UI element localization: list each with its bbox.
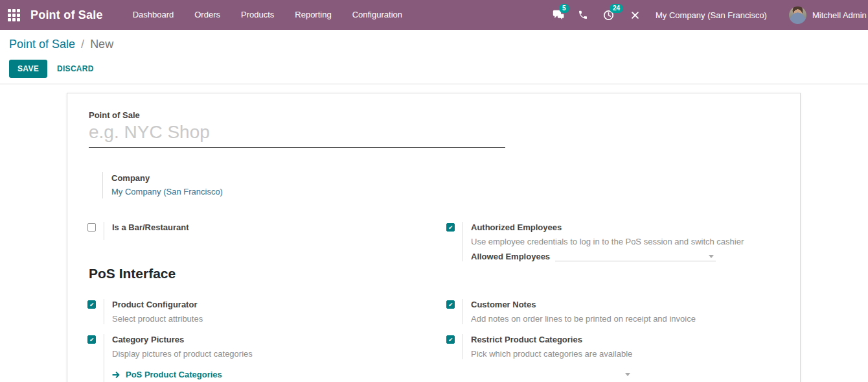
phone-icon[interactable] — [578, 10, 588, 20]
link-label: PoS Product Categories — [126, 370, 222, 379]
arrow-right-icon — [112, 370, 121, 379]
setting-customer-notes: Customer Notes Add notes on order lines … — [446, 299, 799, 324]
customer-notes-checkbox[interactable] — [446, 300, 455, 309]
restrict-product-categories-checkbox[interactable] — [446, 335, 455, 344]
allowed-employees-input[interactable] — [555, 250, 716, 261]
activities-badge: 24 — [610, 4, 623, 13]
activities-clock-icon[interactable]: 24 — [602, 9, 615, 21]
menu-products[interactable]: Products — [231, 0, 284, 30]
section-title-pos-interface: PoS Interface — [89, 266, 176, 281]
messages-badge: 5 — [559, 4, 569, 13]
setting-label: Category Pictures — [112, 334, 440, 346]
caret-down-icon[interactable] — [709, 255, 714, 258]
setting-description: Use employee credentials to log in to th… — [471, 236, 799, 248]
setting-description: Add notes on order lines to be printed o… — [471, 313, 799, 325]
setting-label: Is a Bar/Restaurant — [112, 222, 440, 233]
is-bar-restaurant-checkbox[interactable] — [87, 223, 96, 232]
setting-product-configurator: Product Configurator Select product attr… — [87, 299, 440, 324]
category-pictures-checkbox[interactable] — [87, 335, 96, 344]
setting-authorized-employees: Authorized Employees Use employee creden… — [446, 222, 799, 261]
setting-category-pictures: Category Pictures Display pictures of pr… — [87, 334, 440, 382]
setting-label: Customer Notes — [471, 299, 799, 311]
setting-is-bar-restaurant: Is a Bar/Restaurant — [87, 222, 440, 240]
breadcrumb-current: New — [90, 38, 113, 51]
pos-name-label: Point of Sale — [89, 110, 140, 120]
allowed-employees-label: Allowed Employees — [471, 252, 550, 261]
setting-label: Authorized Employees — [471, 222, 799, 233]
company-label: Company — [111, 173, 223, 183]
menu-configuration[interactable]: Configuration — [342, 0, 413, 30]
menu-orders[interactable]: Orders — [184, 0, 231, 30]
pos-product-categories-link[interactable]: PoS Product Categories — [112, 370, 222, 379]
app-name[interactable]: Point of Sale — [30, 8, 103, 22]
pos-name-input[interactable] — [89, 121, 505, 148]
setting-label: Product Configurator — [112, 299, 440, 311]
setting-description: Select product attributes — [112, 313, 440, 325]
setting-description: Pick which product categories are availa… — [471, 348, 799, 360]
apps-menu-icon[interactable] — [8, 9, 20, 21]
navbar-systray: 5 24 My Company (San Francisco) — [552, 0, 867, 30]
menu-dashboard[interactable]: Dashboard — [122, 0, 185, 30]
breadcrumb: Point of Sale / New — [9, 36, 868, 52]
caret-down-icon[interactable] — [625, 373, 630, 376]
setting-restrict-product-categories: Restrict Product Categories Pick which p… — [446, 334, 799, 359]
menu-reporting[interactable]: Reporting — [284, 0, 341, 30]
form-sheet: Point of Sale Company My Company (San Fr… — [67, 93, 801, 382]
main-navbar: Point of Sale Dashboard Orders Products … — [0, 0, 868, 30]
company-field: Company My Company (San Francisco) — [102, 172, 223, 198]
main-menu: Dashboard Orders Products Reporting Conf… — [122, 0, 413, 30]
save-button[interactable]: SAVE — [9, 60, 47, 78]
form-action-buttons: SAVE DISCARD — [9, 60, 868, 78]
allowed-employees-field: Allowed Employees — [471, 250, 799, 261]
user-menu[interactable]: Mitchell Admin — [812, 10, 867, 20]
tools-icon[interactable] — [630, 10, 640, 20]
discard-button[interactable]: DISCARD — [57, 64, 94, 73]
breadcrumb-parent-link[interactable]: Point of Sale — [9, 38, 75, 51]
company-value-link[interactable]: My Company (San Francisco) — [111, 187, 223, 197]
setting-label: Restrict Product Categories — [471, 334, 799, 346]
authorized-employees-checkbox[interactable] — [446, 223, 455, 232]
messages-icon[interactable]: 5 — [552, 9, 565, 21]
company-switcher[interactable]: My Company (San Francisco) — [656, 10, 767, 20]
product-configurator-checkbox[interactable] — [87, 300, 96, 309]
pos-settings-page: Point of Sale Dashboard Orders Products … — [0, 0, 868, 382]
setting-description: Display pictures of product categories — [112, 348, 440, 360]
breadcrumb-separator: / — [78, 38, 87, 51]
control-panel: Point of Sale / New SAVE DISCARD — [0, 30, 868, 84]
user-avatar[interactable] — [789, 6, 806, 24]
